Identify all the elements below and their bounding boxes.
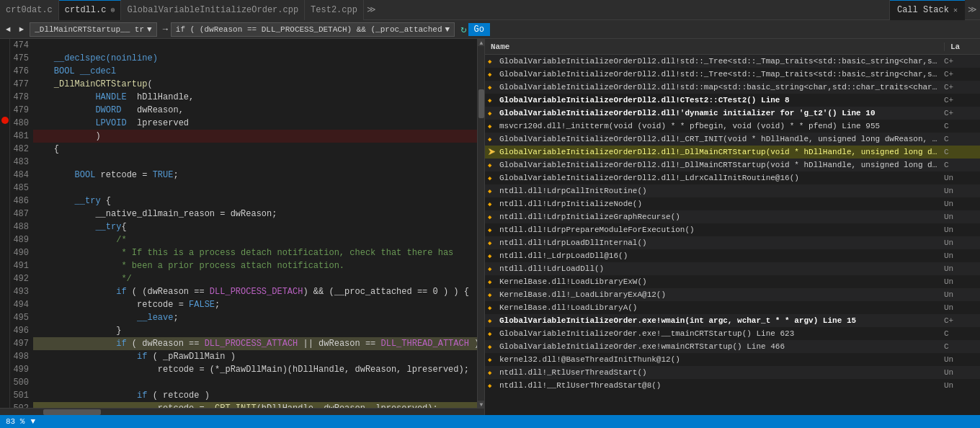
line-numbers: 474 475 476 477 478 479 480 481 482 483 … (10, 39, 33, 408)
hscroll-thumb[interactable] (43, 409, 101, 415)
callstack-body[interactable]: ◆GlobalVariableInitializeOrderDll2.dll!s… (485, 55, 980, 415)
nav-forward-btn[interactable]: ► (17, 24, 27, 35)
callstack-frame-name: KernelBase.dll!LoadLibraryA() (499, 303, 941, 312)
callstack-tab[interactable]: Call Stack ✕ (890, 0, 965, 20)
callstack-tab-close[interactable]: ✕ (953, 6, 958, 14)
callstack-row-23[interactable]: ◆kernel32.dll!@BaseThreadInitThunk@12()U… (485, 353, 980, 366)
callstack-frame-name: GlobalVariableInitializeOrderDll2.dll!CT… (499, 96, 941, 104)
function-dropdown-label: _DllMainCRTStartup__ tr (35, 25, 144, 34)
callstack-row-8[interactable]: ◆GlobalVariableInitializeOrderDll2.dll!_… (485, 159, 980, 171)
callstack-frame-name: GlobalVariableInitializeOrderDll2.dll!st… (499, 57, 941, 66)
callstack-frame-lang: C+ (941, 96, 977, 104)
tab-globalvar-label: GlobalVariableInitializeOrder.cpp (127, 5, 298, 15)
stack-frame-icon: ◆ (488, 356, 499, 364)
callstack-frame-name: ntdll.dll!LdrLoadDll() (499, 264, 941, 273)
callstack-frame-name: GlobalVariableInitializeOrderDll2.dll!st… (499, 70, 941, 79)
callstack-row-5[interactable]: ◆msvcr120d.dll!_initterm(void (void) * *… (485, 120, 980, 133)
callstack-row-3[interactable]: ◆GlobalVariableInitializeOrderDll2.dll!C… (485, 94, 980, 107)
callstack-frame-name: kernel32.dll!@BaseThreadInitThunk@12() (499, 355, 941, 364)
callstack-frame-name: ntdll.dll!LdrpCallInitRoutine() (499, 187, 941, 195)
callstack-frame-lang: Un (941, 277, 977, 286)
vscroll-down[interactable]: ▼ (478, 401, 484, 408)
go-button[interactable]: Go (468, 23, 490, 36)
vscroll-up[interactable]: ▲ (478, 39, 484, 46)
tab-crtdll[interactable]: crtdll.c ⊗ (59, 0, 122, 20)
callstack-row-4[interactable]: ◆GlobalVariableInitializeOrderDll2.dll!'… (485, 107, 980, 120)
nav-back-btn[interactable]: ◄ (3, 24, 14, 35)
code-hscroll[interactable] (0, 408, 484, 415)
callstack-row-22[interactable]: ◆GlobalVariableInitializeOrder.exe!wmain… (485, 340, 980, 353)
stack-frame-icon: ◆ (488, 330, 499, 338)
callstack-frame-name: ntdll.dll!LdrpLoadDllInternal() (499, 238, 941, 247)
breakpoint-481[interactable] (1, 117, 9, 124)
stack-frame-icon: ◆ (488, 213, 499, 221)
callstack-frame-lang: Un (941, 290, 977, 299)
tab-overflow-btn[interactable]: ≫ (364, 0, 379, 20)
callstack-row-1[interactable]: ◆GlobalVariableInitializeOrderDll2.dll!s… (485, 68, 980, 81)
code-line-486: __try { (33, 195, 477, 208)
arrow-icon: → (163, 24, 168, 35)
code-line-487: __native_dllmain_reason = dwReason; (33, 208, 477, 220)
code-line-477: _DllMainCRTStartup( (33, 78, 477, 91)
callstack-row-14[interactable]: ◆ntdll.dll!LdrpLoadDllInternal()Un (485, 236, 980, 249)
stack-frame-icon: ◆ (488, 58, 499, 66)
code-gutter (0, 39, 10, 408)
code-line-483 (33, 156, 477, 169)
callstack-frame-name: ntdll.dll!__RtlUserThreadStart@8() (499, 381, 941, 390)
callstack-row-18[interactable]: ◆KernelBase.dll!_LoadLibraryExA@12()Un (485, 288, 980, 301)
code-line-499: retcode = (*_pRawDllMain)(hDllHandle, dw… (33, 363, 477, 376)
condition-label: if ( (dwReason == DLL_PROCESS_DETACH) &&… (176, 25, 442, 34)
code-content[interactable]: __declspec(noinline) BOOL __cdecl _DllMa… (33, 39, 477, 408)
code-vscroll[interactable]: ▲ ▼ (477, 39, 484, 408)
tab-crt0dat[interactable]: crt0dat.c (0, 0, 59, 20)
function-dropdown[interactable]: _DllMainCRTStartup__ tr ▼ (30, 22, 156, 37)
condition-dropdown[interactable]: if ( (dwReason == DLL_PROCESS_DETACH) &&… (171, 22, 455, 37)
callstack-frame-name: GlobalVariableInitializeOrderDll2.dll!_D… (499, 161, 941, 169)
tab-crtdll-label: crtdll.c (65, 5, 107, 15)
stack-frame-icon: ◆ (488, 343, 499, 351)
callstack-row-11[interactable]: ◆ntdll.dll!LdrpInitializeNode()Un (485, 197, 980, 210)
callstack-frame-name: GlobalVariableInitializeOrderDll2.dll!st… (499, 83, 941, 92)
callstack-row-21[interactable]: ◆GlobalVariableInitializeOrder.exe!__tma… (485, 327, 980, 340)
callstack-frame-lang: Un (941, 251, 977, 260)
code-line-475: __declspec(noinline) (33, 52, 477, 65)
tab-globalvar[interactable]: GlobalVariableInitializeOrder.cpp (121, 0, 305, 20)
toolbar: ◄ ► _DllMainCRTStartup__ tr ▼ → if ( (dw… (0, 20, 980, 39)
vscroll-thumb[interactable] (478, 89, 484, 118)
callstack-row-12[interactable]: ◆ntdll.dll!LdrpInitializeGraphRecurse()U… (485, 210, 980, 223)
debug-arrow-icon: ⮞ (488, 148, 499, 157)
tab-crtdll-modified[interactable]: ⊗ (110, 6, 115, 14)
code-line-492: */ (33, 272, 477, 285)
callstack-row-19[interactable]: ◆KernelBase.dll!LoadLibraryA()Un (485, 301, 980, 314)
code-line-498: if ( _pRawDllMain ) (33, 350, 477, 363)
call-stack-panel: Name La ◆GlobalVariableInitializeOrderDl… (485, 39, 980, 415)
callstack-row-15[interactable]: ◆ntdll.dll!_LdrpLoadDll@16()Un (485, 249, 980, 262)
callstack-row-2[interactable]: ◆GlobalVariableInitializeOrderDll2.dll!s… (485, 81, 980, 94)
callstack-row-7[interactable]: ⮞GlobalVariableInitializeOrderDll2.dll!_… (485, 146, 980, 159)
code-line-497: if ( dwReason == DLL_PROCESS_ATTACH || d… (33, 337, 477, 350)
code-line-501: if ( retcode ) (33, 389, 477, 402)
callstack-row-20[interactable]: ◆GlobalVariableInitializeOrder.exe!wmain… (485, 314, 980, 327)
callstack-frame-name: ntdll.dll!LdrpInitializeNode() (499, 200, 941, 208)
callstack-frame-name: ntdll.dll!_LdrpLoadDll@16() (499, 251, 941, 260)
callstack-row-25[interactable]: ◆ntdll.dll!__RtlUserThreadStart@8()Un (485, 379, 980, 392)
stack-frame-icon: ◆ (488, 304, 499, 312)
callstack-row-16[interactable]: ◆ntdll.dll!LdrLoadDll()Un (485, 262, 980, 275)
callstack-frame-lang: Un (941, 238, 977, 247)
callstack-row-13[interactable]: ◆ntdll.dll!LdrpPrepareModuleForExecution… (485, 223, 980, 236)
callstack-frame-name: KernelBase.dll!_LoadLibraryExA@12() (499, 290, 941, 299)
callstack-row-10[interactable]: ◆ntdll.dll!LdrpCallInitRoutine()Un (485, 184, 980, 197)
callstack-row-24[interactable]: ◆ntdll.dll!_RtlUserThreadStart()Un (485, 366, 980, 379)
callstack-row-0[interactable]: ◆GlobalVariableInitializeOrderDll2.dll!s… (485, 55, 980, 68)
callstack-frame-lang: Un (941, 381, 977, 390)
tab-test2[interactable]: Test2.cpp (305, 0, 364, 20)
code-panel: 474 475 476 477 478 479 480 481 482 483 … (0, 39, 485, 415)
refresh-icon: ↻ (460, 23, 466, 35)
stack-frame-icon: ◆ (488, 382, 499, 390)
callstack-row-17[interactable]: ◆KernelBase.dll!LoadLibraryExW()Un (485, 275, 980, 288)
callstack-row-6[interactable]: ◆GlobalVariableInitializeOrderDll2.dll!_… (485, 133, 980, 146)
right-tab-overflow[interactable]: ≫ (965, 0, 980, 20)
callstack-frame-name: ntdll.dll!LdrpPrepareModuleForExecution(… (499, 226, 941, 234)
callstack-row-9[interactable]: ◆GlobalVariableInitializeOrderDll2.dll!_… (485, 171, 980, 184)
code-line-488: __try{ (33, 220, 477, 233)
